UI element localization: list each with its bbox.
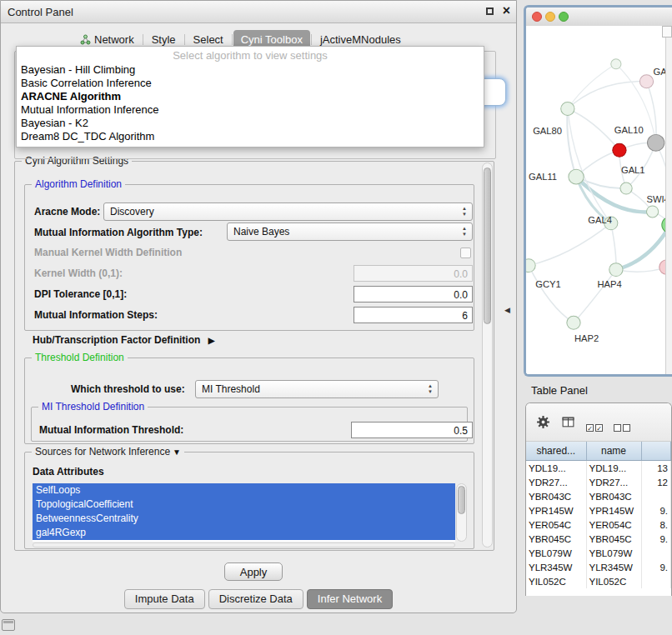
table-cell[interactable]: 9. bbox=[641, 503, 671, 518]
close-traffic-light[interactable] bbox=[532, 12, 542, 22]
table-cell[interactable]: 13 bbox=[641, 461, 671, 476]
table-cell[interactable]: YDR27... bbox=[526, 475, 586, 489]
algorithm-option[interactable]: Bayesian - K2 bbox=[17, 117, 484, 130]
network-node-gcy1[interactable] bbox=[526, 259, 535, 272]
table-cell[interactable]: 9. bbox=[641, 532, 671, 546]
attributes-scrollbar-horizontal[interactable] bbox=[33, 542, 455, 548]
table-cell[interactable]: YIL052C bbox=[586, 574, 641, 588]
table-cell[interactable]: YLR345W bbox=[586, 560, 641, 574]
network-node-gal80[interactable] bbox=[561, 102, 574, 116]
data-attribute-item[interactable]: TopologicalCoefficient bbox=[33, 498, 455, 512]
network-scrollbar[interactable] bbox=[665, 38, 672, 374]
hub-section-toggle[interactable]: Hub/Transcription Factor Definition ▶ bbox=[33, 334, 214, 346]
table-row[interactable]: YBR045CYBR045C9. bbox=[526, 532, 671, 546]
table-cell[interactable]: YBL079W bbox=[526, 546, 586, 560]
table-row[interactable]: YLR345WYLR345W9. bbox=[526, 560, 671, 574]
table-cell[interactable]: 12 bbox=[641, 475, 671, 489]
float-window-icon[interactable] bbox=[486, 8, 494, 15]
network-window-titlebar[interactable] bbox=[526, 8, 672, 27]
tab-infer-network[interactable]: Infer Network bbox=[307, 589, 393, 609]
algorithm-option[interactable]: ARACNE Algorithm bbox=[17, 90, 484, 103]
table-cell[interactable]: YBR045C bbox=[526, 532, 586, 546]
table-row[interactable]: YDL19...YDL19...13 bbox=[526, 461, 671, 476]
select-all-icon[interactable]: ✓✓ bbox=[586, 415, 603, 441]
minimize-traffic-light[interactable] bbox=[545, 12, 555, 22]
network-node-gal10[interactable] bbox=[647, 134, 664, 151]
network-node-swi4[interactable] bbox=[646, 206, 658, 218]
mi-threshold-field[interactable]: 0.5 bbox=[351, 422, 473, 438]
network-node-gal11[interactable] bbox=[569, 169, 584, 184]
column-header-name[interactable]: name bbox=[586, 442, 641, 461]
algorithm-option[interactable]: Dream8 DC_TDC Algorithm bbox=[17, 130, 484, 143]
table-row[interactable]: YER054CYER054C8. bbox=[526, 518, 671, 532]
tab-impute-data[interactable]: Impute Data bbox=[124, 589, 205, 609]
scrollbar-thumb[interactable] bbox=[458, 486, 465, 514]
table-cell[interactable]: YBL079W bbox=[586, 546, 641, 560]
table-cell[interactable]: YBR043C bbox=[526, 489, 586, 503]
mi-steps-field[interactable]: 6 bbox=[354, 307, 473, 323]
network-node-hap2[interactable] bbox=[567, 316, 580, 329]
table-row[interactable]: YDR27...YDR27...12 bbox=[526, 475, 671, 489]
tab-discretize-data[interactable]: Discretize Data bbox=[208, 589, 303, 609]
column-header-extra[interactable] bbox=[641, 442, 671, 461]
manual-kernel-checkbox[interactable] bbox=[460, 248, 471, 258]
network-node-gal[interactable] bbox=[639, 75, 653, 88]
settings-scrollbar[interactable] bbox=[482, 162, 493, 548]
table-cell[interactable]: YIL052C bbox=[526, 574, 586, 588]
table-cell[interactable]: YPR145W bbox=[586, 503, 641, 518]
zoom-traffic-light[interactable] bbox=[559, 12, 569, 22]
table-cell[interactable]: YBR045C bbox=[586, 532, 641, 546]
table-cell[interactable]: YLR345W bbox=[526, 560, 586, 574]
table-cell[interactable]: 8. bbox=[641, 518, 671, 532]
table-cell[interactable] bbox=[641, 489, 671, 503]
table-row[interactable]: YBL079WYBL079W bbox=[526, 546, 671, 560]
table-row[interactable]: YBR043CYBR043C bbox=[526, 489, 671, 503]
scrollbar-thumb[interactable] bbox=[484, 168, 491, 324]
mi-algorithm-type-combo[interactable]: Naive Bayes ▲▼ bbox=[227, 222, 473, 241]
sources-group-title[interactable]: Sources for Network Inference▼ bbox=[32, 446, 184, 458]
table-cell[interactable]: 9. bbox=[641, 560, 671, 574]
data-attributes-list[interactable]: SelfLoopsTopologicalCoefficientBetweenne… bbox=[33, 483, 455, 542]
table-cell[interactable]: YPR145W bbox=[526, 503, 586, 518]
dpi-tolerance-field[interactable]: 0.0 bbox=[354, 286, 473, 302]
table-cell[interactable]: YER054C bbox=[526, 518, 586, 532]
table-row[interactable]: YIL052CYIL052C bbox=[526, 574, 671, 588]
data-attribute-item[interactable]: SelfLoops bbox=[33, 483, 455, 498]
table-row[interactable]: YPR145WYPR145W9. bbox=[526, 503, 671, 518]
column-header-shared[interactable]: shared... bbox=[526, 442, 586, 461]
network-node[interactable] bbox=[611, 59, 621, 69]
algorithm-option[interactable]: Basic Correlation Inference bbox=[17, 77, 484, 90]
deselect-all-icon[interactable] bbox=[614, 415, 630, 441]
table-cell[interactable] bbox=[641, 574, 671, 588]
algorithm-option[interactable]: Mutual Information Inference bbox=[17, 103, 484, 117]
network-node-gal1[interactable] bbox=[620, 182, 632, 194]
network-node-hap4[interactable] bbox=[609, 263, 623, 277]
network-node[interactable] bbox=[613, 143, 626, 157]
columns-icon[interactable] bbox=[561, 415, 575, 429]
network-edge[interactable] bbox=[568, 82, 647, 109]
network-edge[interactable] bbox=[529, 266, 574, 323]
aracne-mode-combo[interactable]: Discovery ▲▼ bbox=[103, 202, 473, 221]
apply-button[interactable]: Apply bbox=[224, 562, 283, 581]
which-threshold-combo[interactable]: MI Threshold ▲▼ bbox=[195, 380, 439, 398]
attributes-scrollbar[interactable] bbox=[456, 483, 467, 542]
table-cell[interactable]: YDR27... bbox=[586, 475, 641, 489]
table-cell[interactable]: YER054C bbox=[586, 518, 641, 532]
table-cell[interactable]: YDL19... bbox=[586, 461, 641, 476]
control-panel-titlebar[interactable]: Control Panel × bbox=[1, 1, 516, 23]
dock-restore-icon[interactable] bbox=[2, 619, 15, 631]
data-attribute-item[interactable]: gal4RGexp bbox=[33, 526, 455, 540]
network-canvas[interactable]: GALGAL80GAL10GAL11GAL1SWI4GAL4GCY1HAP4YH… bbox=[526, 26, 672, 374]
network-overview-button[interactable] bbox=[662, 26, 672, 38]
table-cell[interactable]: YBR043C bbox=[586, 489, 641, 503]
table-cell[interactable] bbox=[641, 546, 671, 560]
close-icon[interactable]: × bbox=[503, 3, 510, 18]
network-edge[interactable] bbox=[574, 270, 616, 323]
data-attribute-item[interactable]: BetweennessCentrality bbox=[33, 512, 455, 526]
algorithm-option[interactable]: Bayesian - Hill Climbing bbox=[17, 63, 484, 77]
network-edge[interactable] bbox=[529, 223, 611, 266]
gear-icon[interactable] bbox=[536, 415, 550, 429]
table-cell[interactable]: YDL19... bbox=[526, 461, 586, 476]
network-edge[interactable] bbox=[568, 109, 619, 151]
panel-splitter-arrow[interactable]: ◀ bbox=[504, 306, 510, 314]
